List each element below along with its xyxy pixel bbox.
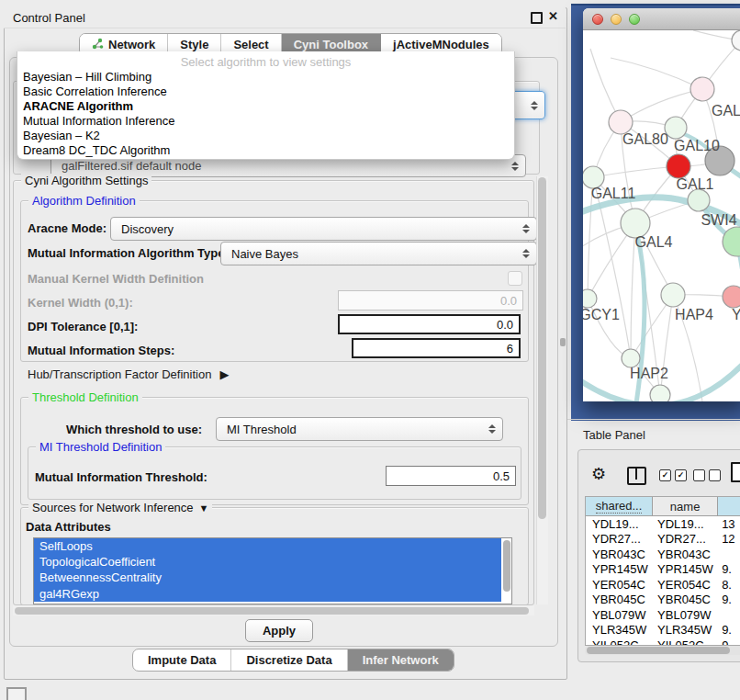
column-header-name[interactable]: name [653, 497, 718, 516]
application-root: Control Panel ✕ Network Style Select Cyn… [0, 0, 740, 700]
table-row[interactable]: YPR145W YPR145W 9. [586, 562, 740, 578]
column-header-shared-name[interactable]: shared... [586, 497, 653, 516]
kernel-width-value: 0.0 [500, 294, 517, 308]
manual-kernel-checkbox[interactable] [508, 271, 522, 286]
zoom-traffic-light[interactable] [629, 14, 640, 25]
node-label: HAP4 [675, 307, 713, 322]
which-threshold-label: Which threshold to use: [66, 423, 202, 436]
which-threshold-select[interactable]: MI Threshold [216, 417, 503, 441]
mi-type-select[interactable]: Naive Bayes [220, 242, 537, 265]
network-node[interactable] [690, 77, 714, 101]
apply-button[interactable]: Apply [245, 619, 313, 642]
table-row[interactable]: YBL079W YBL079W [586, 607, 740, 623]
aracne-mode-select[interactable]: Discovery [110, 217, 537, 241]
mi-steps-field[interactable]: 6 [352, 338, 521, 358]
table-row[interactable]: YDL19... YDL19... 13 [586, 516, 740, 532]
mi-type-value: Naive Bayes [231, 247, 298, 261]
attribute-item-selected[interactable]: TopologicalCoefficient [34, 554, 501, 570]
algorithm-option-selected[interactable]: ARACNE Algorithm [17, 99, 514, 114]
tab-discretize-data[interactable]: Discretize Data [231, 649, 347, 671]
tab-infer-network[interactable]: Infer Network [348, 649, 454, 671]
table-cell: YER054C [586, 578, 653, 592]
table-cell: 9. [718, 623, 740, 637]
data-attributes-list: SelfLoops TopologicalCoefficient Between… [33, 537, 512, 604]
network-canvas[interactable]: GAL GAL80 GAL10 GAL1 GAL11 SWI4 GAL4 GCY… [583, 30, 740, 401]
node-label: GAL11 [591, 186, 636, 201]
settings-horizontal-scrollbar[interactable] [13, 605, 534, 615]
panel-splitter-grip[interactable] [560, 338, 566, 346]
list-scrollbar-thumb[interactable] [503, 540, 510, 592]
show-columns-icon[interactable]: ✓ ✓ [659, 469, 687, 481]
column-header-label: name [670, 500, 701, 514]
settings-vertical-scrollbar[interactable] [536, 176, 548, 604]
network-node[interactable] [583, 289, 597, 308]
network-node[interactable] [723, 286, 740, 308]
network-window: GAL GAL80 GAL10 GAL1 GAL11 SWI4 GAL4 GCY… [583, 8, 740, 401]
node-label: SWI4 [701, 212, 736, 228]
network-node[interactable] [688, 189, 710, 211]
close-traffic-light[interactable] [592, 14, 603, 25]
mi-threshold-field[interactable]: 0.5 [386, 466, 516, 486]
node-label: GCY1 [583, 307, 620, 322]
table-cell: YIL052C [653, 638, 718, 646]
network-node[interactable] [732, 30, 740, 51]
group-title: MI Threshold Definition [36, 440, 165, 454]
column-header-label: shared... [596, 499, 643, 514]
close-icon[interactable]: ✕ [548, 9, 558, 23]
which-threshold-value: MI Threshold [227, 423, 297, 436]
network-window-titlebar[interactable] [583, 8, 740, 30]
minimize-traffic-light[interactable] [611, 14, 622, 25]
tab-impute-data[interactable]: Impute Data [133, 649, 231, 671]
network-node-selected[interactable] [667, 154, 690, 178]
horizontal-splitter[interactable] [567, 419, 740, 420]
column-layout-icon[interactable] [627, 467, 646, 485]
stepper-arrows-icon [488, 424, 496, 434]
table-row[interactable]: YBR043C YBR043C [586, 547, 740, 562]
algorithm-option[interactable]: Dream8 DC_TDC Algorithm [17, 143, 514, 158]
network-node[interactable] [661, 283, 685, 307]
table-row[interactable]: YER054C YER054C 8. [586, 577, 740, 593]
network-node[interactable] [622, 349, 640, 367]
algorithm-option[interactable]: Mutual Information Inference [17, 114, 514, 129]
table-cell: YDR27... [653, 532, 718, 546]
network-node[interactable] [650, 385, 670, 401]
algorithm-option[interactable]: Bayesian – Hill Climbing [17, 70, 514, 85]
table-cell: YBR045C [653, 593, 718, 606]
column-header-partial[interactable] [718, 497, 740, 516]
float-window-icon[interactable] [531, 12, 543, 24]
table-cell: YPR145W [586, 562, 653, 576]
tab-label: Infer Network [363, 653, 439, 667]
table-cell: 9. [718, 562, 740, 576]
network-table-selector-value: galFiltered.sif default node [62, 159, 201, 173]
tab-label: Impute Data [148, 653, 216, 667]
table-row[interactable]: YDR27... YDR27... 12 [586, 532, 740, 548]
algorithm-option[interactable]: Bayesian – K2 [17, 129, 514, 143]
stepper-arrows-icon [522, 249, 530, 258]
scrollbar-thumb[interactable] [538, 177, 546, 519]
table-row[interactable]: YIL052C YIL052C 9 [586, 638, 740, 646]
algorithm-option[interactable]: Basic Correlation Inference [17, 85, 514, 99]
attribute-item-selected[interactable]: SelfLoops [34, 538, 501, 554]
tab-label: Cyni Toolbox [294, 38, 368, 51]
minimized-window-icon[interactable] [6, 687, 27, 700]
gear-icon[interactable]: ⚙ [591, 464, 606, 484]
table-row[interactable]: YLR345W YLR345W 9. [586, 623, 740, 638]
table-cell: YDL19... [653, 517, 718, 531]
node-label: HAP2 [630, 366, 668, 381]
table-horizontal-scrollbar[interactable] [585, 646, 740, 655]
dpi-tolerance-field[interactable]: 0.0 [338, 314, 521, 334]
scrollbar-thumb[interactable] [587, 647, 730, 654]
table-row[interactable]: YBR045C YBR045C 9. [586, 593, 740, 608]
hide-columns-icon[interactable] [693, 469, 721, 481]
stepper-arrows-icon [511, 162, 519, 171]
hub-definition-toggle[interactable]: Hub/Transcription Factor Definition ▶ [28, 367, 229, 381]
attribute-item-selected[interactable]: BetweennessCentrality [34, 570, 501, 585]
table-cell: 9 [718, 638, 740, 646]
kernel-width-field[interactable]: 0.0 [338, 290, 523, 310]
attribute-item-selected[interactable]: gal4RGexp [34, 586, 501, 602]
scrollbar-thumb[interactable] [15, 607, 529, 615]
stepper-arrows-icon [531, 101, 538, 110]
table-cell: YBL079W [653, 608, 718, 622]
sources-toggle[interactable]: Sources for Network Inference ▼ [28, 501, 212, 514]
page-icon[interactable] [731, 462, 740, 482]
